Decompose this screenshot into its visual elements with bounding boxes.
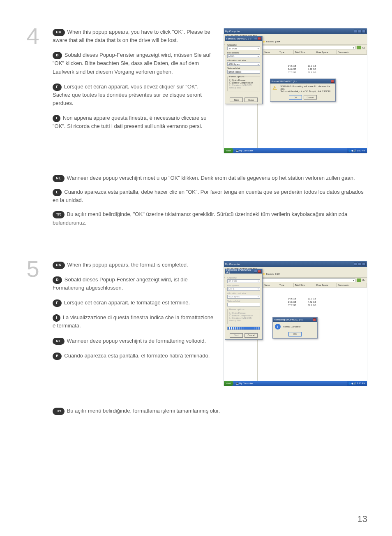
close-icon (331, 80, 334, 83)
step-4-extra: NLWanneer deze popup verschijnt moet u o… (25, 174, 367, 227)
warning-titlebar: Format SPD5400CC (F:) (270, 79, 335, 84)
system-tray: 🔵◉🔊2:20 PM (347, 148, 367, 153)
window-title: My Computer (225, 263, 240, 265)
screenshot-step5: My Computer File Edit View Favorites Too… (224, 261, 367, 386)
text-f: Lorsque cet écran apparaît, vous devez c… (53, 84, 202, 106)
close-icon (258, 37, 261, 40)
taskbar: start 💻 My Computer 🔵◉🔊2:20 PM (224, 148, 367, 153)
warning-dialog: Format SPD5400CC (F:) ⚠ WARNING: Formatt… (270, 79, 336, 102)
formatting-dialog: Formatting SPD5400CC (F:) Capacity: 37.2… (225, 269, 263, 340)
vol-input (227, 303, 260, 306)
step-number-5: 5 (25, 258, 41, 386)
formatting-titlebar: Formatting SPD5400CC (F:) (225, 269, 262, 274)
page-number: 13 (357, 514, 367, 524)
system-tray: 🔵◉🔊2:20 PM (347, 381, 367, 386)
lang-d: DSobald dieses Popup-Fenster angezeigt w… (53, 51, 215, 76)
window-titlebar: My Computer (224, 28, 367, 34)
fs-select: NTFS▾ (227, 287, 260, 291)
start-button: Start (230, 333, 243, 338)
lang-tr: TRBu açılır menü belirdiğinde, formatlam… (53, 407, 367, 415)
vol-input: SPD5400CC (227, 70, 260, 74)
capacity-label: Capacity: (227, 44, 260, 46)
main-pane: 14.6 GB13.9 GB 14.6 GB4.42 GB 37.2 GB37.… (258, 288, 367, 381)
minimize-icon (354, 30, 357, 33)
screenshot-step4: My Computer File Edit View Favorites Too… (224, 28, 367, 153)
close-icon (313, 318, 316, 321)
badge-tr: TR (53, 211, 65, 218)
col-name: Name (263, 50, 278, 54)
step-5: 5 UKWhen this popup appears, the format … (25, 258, 367, 386)
lang-nl: NLWanneer deze popup verschijnt is de fo… (53, 337, 215, 345)
alloc-select: 4096 bytes▾ (227, 62, 260, 66)
progress-bar (227, 327, 260, 330)
text-i: Non appena appare questa finestra, è nec… (53, 115, 207, 129)
step-5-content: UKWhen this popup appears, the format is… (53, 258, 367, 386)
step-4-content: UKWhen this popup appears, you have to c… (53, 25, 367, 153)
col-total: Total Size (294, 50, 315, 54)
maximize-icon (358, 30, 362, 33)
lang-f: FLorsque cet écran apparaît, vous devez … (53, 83, 215, 107)
start-button: start (224, 148, 233, 153)
drive-row: 37.2 GB37.1 GB (260, 304, 364, 306)
start-button: Start (230, 97, 243, 102)
help-icon (254, 37, 257, 40)
cancel-button: Cancel (304, 95, 317, 100)
format-options: Format options ☐ Quick Format ☐ Enable C… (227, 308, 260, 324)
lang-nl: NLWanneer deze popup verschijnt moet u o… (53, 174, 367, 182)
badge-f: F (53, 84, 62, 91)
text-uk: When this popup appears, you have to cli… (53, 29, 210, 43)
text-nl: Wanneer deze popup verschijnt moet u op … (67, 175, 355, 181)
complete-msg: Format Complete. (283, 325, 301, 328)
cancel-button: Cancel (244, 333, 258, 338)
help-icon (254, 270, 257, 273)
close-icon (362, 30, 366, 33)
folders-label: Folders (266, 40, 274, 43)
text-tr: Bu açılır menü belirdiğinde, "OK" üzerin… (53, 211, 347, 225)
close-button: Close (244, 97, 258, 102)
start-button: start (224, 381, 233, 386)
close-icon (258, 270, 261, 273)
lang-e: ECuando aparezca esta pantalla, el forma… (53, 352, 215, 360)
taskbar-item: 💻 My Computer (233, 149, 256, 152)
warn-msg-1: WARNING: Formatting will erase ALL data … (280, 85, 333, 90)
drive-row: 14.6 GB13.9 GB (260, 65, 364, 67)
lang-tr: TRBu açılır menü belirdiğinde, "OK" üzer… (53, 210, 367, 227)
lang-e: ECuando aparezca esta pantalla, debe hac… (53, 188, 367, 204)
fs-select: NTFS▾ (227, 54, 260, 58)
capacity-select: 37.2 GB▾ (227, 46, 260, 50)
drive-row: 14.6 GB4.42 GB (260, 301, 364, 303)
step-number-4: 4 (25, 25, 41, 153)
warn-msg-2: To format the disk, click OK. To quit, c… (280, 90, 333, 93)
lang-f: FLorsque cet écran apparaît, le formatag… (53, 299, 215, 307)
complete-titlebar: Formatting SPD5400CC (F:) (273, 318, 317, 322)
lang-uk: UKWhen this popup appears, the format is… (53, 261, 215, 269)
window-titlebar: My Computer (224, 261, 367, 267)
format-options: Format options ☐ Quick Format ☐ Enable C… (227, 75, 260, 91)
step-5-extra: TRBu açılır menü belirdiğinde, formatlam… (25, 407, 367, 415)
badge-i: I (53, 115, 60, 122)
ok-button: OK (288, 332, 302, 336)
col-comments: Comments (337, 50, 367, 54)
col-type: Type (278, 50, 294, 54)
window-title: My Computer (225, 30, 240, 32)
ok-button: OK (289, 95, 302, 100)
format-dialog: Format SPD5400CC (F:) Capacity: 37.2 GB▾… (225, 36, 263, 104)
text-e: Cuando aparezca esta pantalla, debe hace… (53, 189, 364, 203)
alloc-select: 4096 bytes▾ (227, 295, 260, 299)
maximize-icon (358, 262, 362, 266)
go-button (357, 46, 361, 49)
badge-nl: NL (53, 175, 65, 182)
badge-uk: UK (53, 29, 65, 36)
document-page: 4 UKWhen this popup appears, you have to… (0, 0, 392, 437)
lang-d: DSobald dieses Popup-Fenster angezeigt w… (53, 276, 215, 292)
close-icon (362, 262, 366, 266)
lang-i: ILa visualizzazione di questa finestra i… (53, 313, 215, 330)
col-free: Free Space (315, 50, 337, 54)
go-button (357, 278, 361, 282)
drive-row: 14.6 GB13.9 GB (260, 297, 364, 300)
info-icon: i (275, 324, 281, 329)
taskbar: start 💻 My Computer 🔵◉🔊2:20 PM (224, 381, 367, 386)
drive-row: 37.2 GB37.1 GB (260, 71, 364, 74)
warning-icon: ⚠ (272, 85, 278, 91)
step-4: 4 UKWhen this popup appears, you have to… (25, 25, 367, 153)
